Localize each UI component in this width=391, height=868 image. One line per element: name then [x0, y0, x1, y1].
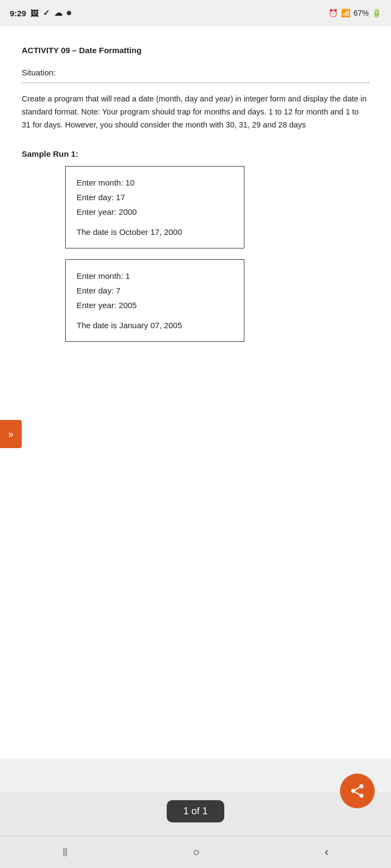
battery-icon: 🔋 [372, 9, 381, 17]
situation-label: Situation: [22, 68, 369, 77]
wifi-icon: 📶 [341, 9, 350, 17]
status-right: ⏰ 📶 67% 🔋 [329, 9, 381, 17]
sample2-output: The date is January 07, 2005 [77, 318, 233, 333]
time-display: 9:29 [10, 9, 26, 18]
sample1-line2: Enter day: 17 [77, 190, 233, 205]
sample1-line1: Enter month: 10 [77, 175, 233, 190]
sample-box-2: Enter month: 1 Enter day: 7 Enter year: … [65, 259, 244, 342]
status-bar: 9:29 🖼 ✓ ☁ ⏰ 📶 67% 🔋 [0, 0, 391, 26]
share-icon [349, 783, 365, 799]
sample-box-1: Enter month: 10 Enter day: 17 Enter year… [65, 166, 244, 248]
bottom-overlay: 1 of 1 [0, 792, 391, 835]
sample2-line1: Enter month: 1 [77, 269, 233, 283]
page-indicator: 1 of 1 [167, 800, 224, 822]
sample1-line3: Enter year: 2000 [77, 205, 233, 219]
sample-run-label: Sample Run 1: [22, 149, 369, 158]
status-left: 9:29 🖼 ✓ ☁ [10, 8, 71, 18]
divider [22, 82, 369, 83]
home-nav-icon[interactable]: ○ [193, 845, 200, 859]
share-button[interactable] [340, 774, 375, 808]
sample1-output: The date is October 17, 2000 [77, 225, 233, 239]
description-text: Create a program that will read a date (… [22, 93, 369, 132]
document-area: ACTIVITY 09 – Date Formatting Situation:… [0, 26, 391, 758]
activity-title: ACTIVITY 09 – Date Formatting [22, 46, 369, 55]
check-icon: ✓ [43, 8, 50, 18]
chevron-right-icon: » [8, 429, 14, 440]
sample2-line3: Enter year: 2005 [77, 298, 233, 312]
menu-nav-icon[interactable]: ⫴ [62, 845, 68, 859]
nav-bar: ⫴ ○ ‹ [0, 835, 391, 868]
forward-button[interactable]: » [0, 420, 22, 448]
sample2-line2: Enter day: 7 [77, 283, 233, 298]
alarm-icon: ⏰ [329, 9, 338, 17]
image-icon: 🖼 [30, 9, 39, 18]
dot-indicator [67, 11, 71, 15]
battery-level: 67% [354, 9, 369, 17]
back-nav-icon[interactable]: ‹ [325, 845, 329, 859]
cloud-icon: ☁ [54, 8, 62, 18]
